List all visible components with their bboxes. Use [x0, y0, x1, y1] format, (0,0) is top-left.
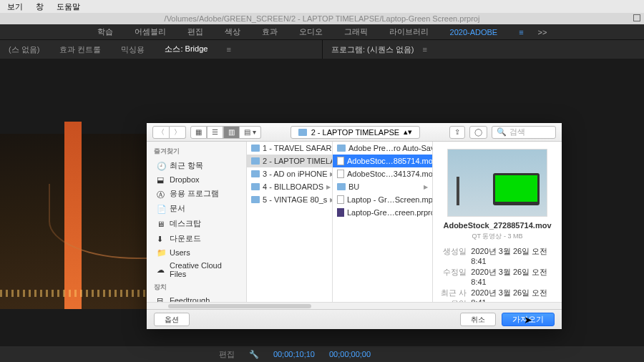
dialog-footer: 옵션 취소 가져오기 ➤	[147, 309, 562, 329]
column-item[interactable]: AdobeStoc…885714.mov	[333, 155, 432, 167]
workspace-tab[interactable]: 편집	[187, 26, 203, 37]
item-label: BU	[348, 182, 359, 191]
timecode-program[interactable]: 00;00;00;00	[329, 350, 371, 358]
meta-key: 수정일	[440, 267, 471, 286]
finder-sidebar: 즐겨찾기 🕘최근 항목⬓DropboxⒶ응용 프로그램📄문서🖥데스크탑⬇다운로드…	[147, 142, 247, 302]
sidebar-item-label: Feedtrough	[170, 296, 210, 302]
workspace-tab[interactable]: 학습	[97, 26, 113, 37]
import-button[interactable]: 가져오기 ➤	[502, 313, 555, 326]
dialog-toolbar: 〈 〉 ▦ ☰ ▥ ▤ ▾ 2 - LAPTOP TIMELAPSE ▴▾ ⇪ …	[147, 123, 562, 142]
chevron-right-icon: ▶	[330, 171, 332, 177]
view-icon-button[interactable]: ▦	[190, 126, 207, 139]
panel-menu-icon[interactable]: ≡	[423, 45, 427, 54]
item-label: Laptop-Gre…creen.prproj	[347, 208, 432, 217]
share-button[interactable]: ⇪	[449, 126, 465, 139]
workspace-tab-active[interactable]: 2020-ADOBE	[450, 28, 498, 36]
sidebar-item[interactable]: 🖥데스크탑	[147, 216, 246, 231]
menu-view[interactable]: 보기	[7, 1, 23, 12]
meta-key: 생성일	[440, 246, 471, 265]
meta-value: 2020년 3월 26일 오전 8:41	[471, 267, 555, 286]
sidebar-item[interactable]: 📄문서	[147, 201, 246, 216]
menu-window[interactable]: 창	[36, 1, 44, 12]
panel-tabs: (스 없음) 효과 컨트롤 믹싱용 소스: Bridge ≡ 프로그램: (시퀀…	[0, 40, 644, 59]
column-item[interactable]: 1 - TRAVEL SAFARI▶	[247, 142, 332, 155]
workspace-tab[interactable]: 오디오	[299, 26, 323, 37]
tab-effect-controls[interactable]: 효과 컨트롤	[58, 44, 102, 55]
maximize-icon[interactable]	[633, 14, 640, 21]
tags-button[interactable]: ◯	[469, 126, 487, 139]
column-item[interactable]: Laptop-Gre…creen.prproj	[333, 206, 432, 219]
sidebar-item[interactable]: ⬓Dropbox	[147, 173, 246, 186]
sidebar-item-label: Creative Cloud Files	[170, 261, 239, 278]
column-item[interactable]: Laptop - Gr…Screen.mp4	[333, 193, 432, 206]
horizontal-scrollbar[interactable]	[147, 302, 562, 309]
item-label: 3 - AD on iPHONE	[263, 170, 327, 178]
item-label: 1 - TRAVEL SAFARI	[263, 144, 332, 152]
sidebar-item[interactable]: Ⓐ응용 프로그램	[147, 186, 246, 201]
menu-help[interactable]: 도움말	[57, 1, 80, 12]
mac-menubar: 보기 창 도움말	[0, 0, 644, 13]
nav-forward-button[interactable]: 〉	[170, 126, 186, 139]
view-list-button[interactable]: ☰	[207, 126, 223, 139]
wrench-icon[interactable]: 🔧	[249, 350, 259, 359]
sidebar-item-label: 최근 항목	[170, 160, 203, 171]
sidebar-item[interactable]: ⊟Feedtrough	[147, 294, 246, 302]
sidebar-item[interactable]: 🕘최근 항목	[147, 158, 246, 173]
window-titlebar: /Volumes/Adobe/GREEN_SCREEN/2 - LAPTOP T…	[0, 13, 644, 24]
program-panel-title[interactable]: 프로그램: (시퀀스 없음)	[330, 44, 416, 55]
sidebar-item-label: 응용 프로그램	[170, 188, 219, 199]
nav-back-button[interactable]: 〈	[152, 126, 170, 139]
folder-icon: 📁	[157, 248, 165, 257]
item-label: 2 - LAPTOP TIMELAPSE	[263, 157, 332, 165]
column-item[interactable]: Adobe Pre…ro Auto-Save▶	[333, 142, 432, 155]
meta-key: 최근 사용일	[440, 288, 471, 302]
workspace-tab[interactable]: 그래픽	[344, 26, 368, 37]
options-button[interactable]: 옵션	[154, 313, 190, 326]
workspace-menu-icon[interactable]: ≡	[519, 28, 523, 36]
timeline-label: 편집	[219, 349, 235, 360]
sidebar-item[interactable]: ☁Creative Cloud Files	[147, 259, 246, 280]
meta-value: 2020년 3월 26일 오전 8:41	[471, 246, 555, 265]
cancel-button[interactable]: 취소	[460, 313, 496, 326]
item-label: Laptop - Gr…Screen.mp4	[347, 195, 432, 204]
workspace-tab[interactable]: 어셈블리	[135, 26, 166, 37]
workspace-tab[interactable]: 효과	[262, 26, 278, 37]
chevron-right-icon: ▶	[330, 197, 332, 203]
document-path: /Volumes/Adobe/GREEN_SCREEN/2 - LAPTOP T…	[165, 14, 480, 23]
workspace-overflow[interactable]: >>	[538, 28, 547, 36]
path-selector[interactable]: 2 - LAPTOP TIMELAPSE ▴▾	[291, 126, 421, 139]
sidebar-item[interactable]: 📁Users	[147, 246, 246, 259]
panel-menu-icon[interactable]: ≡	[226, 45, 230, 54]
column-item[interactable]: 4 - BILLBOARDS▶	[247, 180, 332, 193]
tab-source[interactable]: 소스: Bridge	[163, 44, 209, 60]
cloud-icon: ☁	[157, 265, 165, 274]
meta-value: 2020년 3월 26일 오전 8:41	[471, 288, 555, 302]
column-item[interactable]: AdobeStoc…341374.mov	[333, 167, 432, 180]
search-icon: 🔍	[497, 127, 507, 137]
timecode-source[interactable]: 00;00;10;10	[273, 350, 315, 358]
workspace-tab[interactable]: 라이브러리	[389, 26, 429, 37]
workspace-tab[interactable]: 색상	[225, 26, 240, 37]
tab-mixing[interactable]: 믹싱용	[119, 44, 146, 55]
column-item[interactable]: 3 - AD on iPHONE▶	[247, 167, 332, 180]
sidebar-item-label: Dropbox	[170, 175, 200, 184]
download-icon: ⬇	[157, 235, 165, 243]
tab-none[interactable]: (스 없음)	[7, 44, 41, 55]
dropbox-icon: ⬓	[157, 175, 165, 184]
view-column-button[interactable]: ▥	[223, 126, 240, 139]
folder-icon	[251, 145, 260, 152]
column-item[interactable]: 2 - LAPTOP TIMELAPSE▶	[247, 155, 332, 167]
chevron-right-icon: ▶	[326, 184, 331, 190]
sidebar-item[interactable]: ⬇다운로드	[147, 231, 246, 246]
desktop-icon: 🖥	[157, 220, 165, 228]
preview-pane: AdobeStock_272885714.mov QT 동영상 - 3 MB 생…	[433, 142, 562, 302]
preview-filename: AdobeStock_272885714.mov	[440, 221, 555, 230]
column-item[interactable]: 5 - VINTAGE 80_s▶	[247, 193, 332, 206]
search-input[interactable]: 🔍 검색	[492, 126, 556, 139]
chevron-updown-icon: ▴▾	[404, 127, 412, 137]
view-gallery-button[interactable]: ▤ ▾	[240, 126, 261, 139]
column-2: Adobe Pre…ro Auto-Save▶AdobeStoc…885714.…	[333, 142, 433, 302]
column-item[interactable]: BU▶	[333, 180, 432, 193]
sidebar-item-label: 데스크탑	[170, 218, 201, 229]
item-label: 4 - BILLBOARDS	[263, 182, 323, 191]
